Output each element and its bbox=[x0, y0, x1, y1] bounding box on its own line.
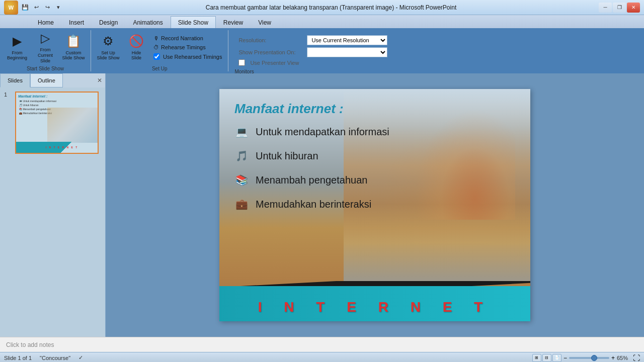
use-rehearsed-timings-button[interactable]: Use Rehearsed Timings bbox=[151, 52, 224, 61]
resolution-select[interactable]: Use Current Resolution bbox=[307, 35, 387, 45]
show-on-label: Show Presentation On: bbox=[238, 49, 304, 55]
reading-view-button[interactable]: 📄 bbox=[552, 354, 561, 362]
from-beginning-label: From Beginning bbox=[7, 50, 27, 61]
tab-slideshow[interactable]: Slide Show bbox=[171, 16, 216, 28]
item-4-text: Memudahkan berinteraksi bbox=[256, 199, 371, 210]
rehearse-icon: ⏱ bbox=[153, 44, 159, 50]
tab-review[interactable]: Review bbox=[216, 16, 251, 28]
from-current-icon: ▷ bbox=[41, 31, 50, 46]
zoom-in-button[interactable]: + bbox=[611, 354, 615, 361]
item-4-icon: 💼 bbox=[234, 197, 249, 211]
preview-item-2: 🎵 Untuk hiburan bbox=[16, 103, 98, 107]
monitors-options: Resolution: Use Current Resolution Show … bbox=[234, 33, 391, 68]
item-2-text: Untuk hiburan bbox=[256, 150, 318, 162]
setup-buttons: ⚙ Set Up Slide Show 🚫 Hide Slide 🎙 Recor… bbox=[95, 30, 224, 65]
setup-label: Set Up Slide Show bbox=[97, 50, 119, 61]
minimize-button[interactable]: ─ bbox=[599, 3, 612, 13]
presenter-view-checkbox[interactable] bbox=[238, 59, 245, 66]
slide-item-1: 💻 Untuk mendapatkan informasi bbox=[234, 125, 515, 139]
ribbon-tabs: Home Insert Design Animations Slide Show… bbox=[0, 15, 644, 28]
fit-window-button[interactable]: ⛶ bbox=[633, 354, 640, 362]
item-1-icon: 💻 bbox=[234, 125, 249, 139]
show-on-row: Show Presentation On: bbox=[238, 47, 387, 57]
tab-insert[interactable]: Insert bbox=[61, 16, 92, 28]
record-icon: 🎙 bbox=[153, 35, 159, 41]
rehearse-timings-button[interactable]: ⏱ Rehearse Timings bbox=[151, 43, 224, 51]
window-title: Cara membuat gambar latar belakang trans… bbox=[63, 4, 599, 11]
presenter-view-label: Use Presenter View bbox=[250, 60, 315, 66]
slide-thumb-1[interactable]: 1 Manfaat Internet : 💻 Untuk mendapatkan… bbox=[4, 92, 101, 154]
rehearsed-checkbox[interactable] bbox=[153, 53, 160, 60]
slide-internet-text: I N T E R N E T bbox=[219, 299, 530, 315]
main-slide[interactable]: Manfaat internet : 💻 Untuk mendapatkan i… bbox=[219, 89, 530, 321]
title-bar-left: W 💾 ↩ ↪ ▾ bbox=[4, 1, 63, 15]
tab-animations[interactable]: Animations bbox=[125, 16, 170, 28]
item-1-text: Untuk mendapatkan informasi bbox=[256, 126, 389, 138]
start-slideshow-buttons: ▶ From Beginning ▷ From Current Slide 📋 … bbox=[4, 30, 87, 65]
window-controls: ─ ❒ ✕ bbox=[599, 3, 640, 13]
preview-internet: I N T E R N E T bbox=[46, 146, 78, 149]
slides-list: 1 Manfaat Internet : 💻 Untuk mendapatkan… bbox=[0, 87, 105, 337]
item-3-text: Menambah pengetahuan bbox=[256, 174, 367, 186]
content-area: Manfaat internet : 💻 Untuk mendapatkan i… bbox=[106, 73, 644, 337]
item-2-icon: 🎵 bbox=[234, 149, 249, 163]
tab-design[interactable]: Design bbox=[92, 16, 125, 28]
slide-title: Manfaat internet : bbox=[234, 101, 515, 117]
ribbon-content: ▶ From Beginning ▷ From Current Slide 📋 … bbox=[0, 28, 644, 73]
close-button[interactable]: ✕ bbox=[627, 3, 640, 13]
slides-panel-tabs: Slides Outline ✕ bbox=[0, 73, 105, 87]
show-on-select[interactable] bbox=[307, 47, 387, 57]
customize-button[interactable]: ▾ bbox=[53, 3, 63, 13]
preview-item-1: 💻 Untuk mendapatkan informasi bbox=[16, 99, 98, 103]
preview-title: Manfaat Internet : bbox=[16, 93, 98, 99]
item-3-icon: 📚 bbox=[234, 173, 249, 187]
outline-tab[interactable]: Outline bbox=[30, 73, 63, 87]
quick-access-toolbar: 💾 ↩ ↪ ▾ bbox=[20, 3, 63, 13]
zoom-control: − + 65% bbox=[564, 354, 631, 361]
restore-button[interactable]: ❒ bbox=[613, 3, 626, 13]
status-bar: Slide 1 of 1 "Concourse" ✓ ⊞ ⊟ 📄 − + 65%… bbox=[0, 352, 644, 362]
tab-view[interactable]: View bbox=[251, 16, 279, 28]
hide-slide-button[interactable]: 🚫 Hide Slide bbox=[123, 33, 149, 63]
undo-button[interactable]: ↩ bbox=[31, 3, 41, 13]
slides-panel: Slides Outline ✕ 1 Manfaat Internet : 💻 … bbox=[0, 73, 106, 337]
group-monitors: Resolution: Use Current Resolution Show … bbox=[228, 30, 644, 71]
status-bar-right: ⊞ ⊟ 📄 − + 65% ⛶ bbox=[532, 354, 640, 362]
notes-area[interactable]: Click to add notes bbox=[0, 337, 644, 352]
slide-sorter-button[interactable]: ⊟ bbox=[542, 354, 551, 362]
record-label: Record Narration bbox=[161, 35, 203, 41]
rehearse-label: Rehearse Timings bbox=[161, 44, 206, 50]
from-beginning-icon: ▶ bbox=[13, 34, 22, 49]
record-narration-button[interactable]: 🎙 Record Narration bbox=[151, 34, 224, 42]
custom-slide-show-button[interactable]: 📋 Custom Slide Show bbox=[60, 33, 87, 63]
office-button[interactable]: W bbox=[4, 1, 18, 15]
zoom-slider[interactable] bbox=[569, 357, 609, 359]
zoom-out-button[interactable]: − bbox=[564, 354, 567, 361]
set-up-slide-show-button[interactable]: ⚙ Set Up Slide Show bbox=[95, 33, 121, 63]
redo-button[interactable]: ↪ bbox=[42, 3, 52, 13]
slide-bottom: I N T E R N E T bbox=[219, 281, 530, 321]
save-button[interactable]: 💾 bbox=[20, 3, 30, 13]
resolution-row: Resolution: Use Current Resolution bbox=[238, 35, 387, 45]
group-start-slideshow: ▶ From Beginning ▷ From Current Slide 📋 … bbox=[0, 30, 91, 71]
slide-item-4: 💼 Memudahkan berinteraksi bbox=[234, 197, 515, 211]
custom-show-icon: 📋 bbox=[66, 34, 81, 49]
zoom-thumb bbox=[591, 355, 597, 361]
setup-icon: ⚙ bbox=[103, 34, 114, 49]
panel-close-button[interactable]: ✕ bbox=[94, 73, 105, 87]
custom-show-label: Custom Slide Show bbox=[62, 50, 85, 61]
from-current-slide-button[interactable]: ▷ From Current Slide bbox=[32, 33, 58, 63]
slides-tab[interactable]: Slides bbox=[0, 73, 30, 87]
group-setup: ⚙ Set Up Slide Show 🚫 Hide Slide 🎙 Recor… bbox=[91, 30, 228, 71]
slide-preview-1[interactable]: Manfaat Internet : 💻 Untuk mendapatkan i… bbox=[15, 92, 99, 154]
rehearsed-label: Use Rehearsed Timings bbox=[163, 54, 222, 60]
normal-view-button[interactable]: ⊞ bbox=[532, 354, 541, 362]
hide-label: Hide Slide bbox=[131, 50, 141, 61]
from-current-label: From Current Slide bbox=[33, 47, 58, 63]
notes-placeholder: Click to add notes bbox=[6, 341, 54, 348]
view-buttons: ⊞ ⊟ 📄 bbox=[532, 354, 561, 362]
checkmark-icon: ✓ bbox=[78, 354, 83, 361]
tab-home[interactable]: Home bbox=[30, 16, 61, 28]
from-beginning-button[interactable]: ▶ From Beginning bbox=[4, 33, 30, 63]
theme-info: "Concourse" bbox=[40, 355, 70, 361]
